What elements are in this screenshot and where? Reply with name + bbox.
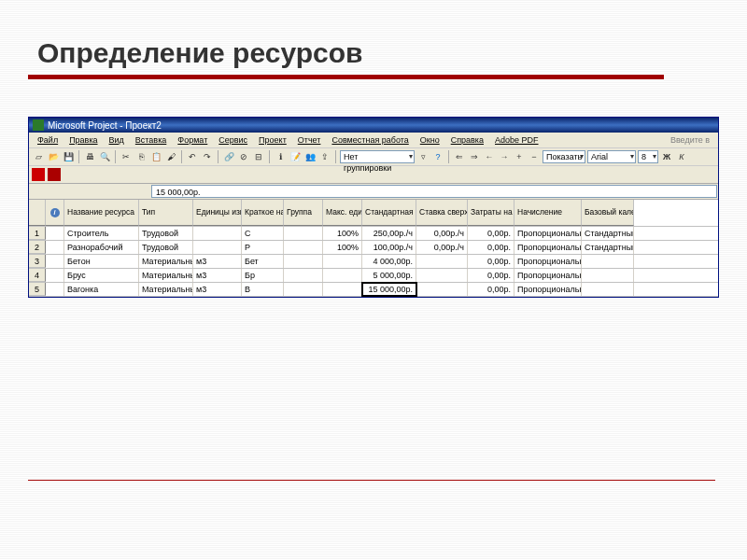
- cell-std[interactable]: 4 000,00р.: [362, 255, 416, 268]
- link-icon[interactable]: 🔗: [222, 150, 235, 163]
- row-number[interactable]: 3: [29, 255, 46, 268]
- cell-cost[interactable]: 0,00р.: [468, 227, 514, 240]
- arrow-left-icon[interactable]: ⇐: [453, 150, 466, 163]
- cell-max[interactable]: [323, 255, 362, 268]
- cell-accr[interactable]: Пропорциональное: [514, 255, 582, 268]
- cell-type[interactable]: Трудовой: [139, 227, 193, 240]
- header-group[interactable]: Группа: [284, 200, 323, 226]
- header-name[interactable]: Название ресурса: [64, 200, 139, 226]
- cell-short[interactable]: Р: [242, 241, 284, 254]
- cell-cal[interactable]: Стандартный: [582, 241, 634, 254]
- menu-project[interactable]: Проект: [254, 134, 291, 146]
- outdent-icon[interactable]: ←: [483, 150, 496, 163]
- cell-group[interactable]: [284, 283, 323, 296]
- help-icon[interactable]: ?: [431, 150, 444, 163]
- header-cost[interactable]: Затраты на использ.: [468, 200, 514, 226]
- cell-info[interactable]: [46, 241, 64, 254]
- font-combo[interactable]: Arial: [587, 150, 636, 163]
- edit-field[interactable]: 15 000,00р.: [151, 185, 717, 198]
- bold-button[interactable]: Ж: [660, 150, 673, 163]
- cell-group[interactable]: [284, 241, 323, 254]
- grouping-combo[interactable]: Нет группировки: [340, 150, 415, 163]
- cell-max[interactable]: [323, 269, 362, 282]
- cell-info[interactable]: [46, 255, 64, 268]
- cell-cost[interactable]: 0,00р.: [468, 283, 514, 296]
- corner-cell[interactable]: [29, 200, 46, 226]
- open-icon[interactable]: 📂: [47, 150, 60, 163]
- minus-icon[interactable]: −: [528, 150, 541, 163]
- cell-name[interactable]: Бетон: [64, 255, 139, 268]
- header-type[interactable]: Тип: [139, 200, 193, 226]
- menu-file[interactable]: Файл: [33, 134, 63, 146]
- row-number[interactable]: 5: [29, 283, 46, 296]
- cell-unit[interactable]: [193, 227, 242, 240]
- cell-cal[interactable]: [582, 283, 634, 296]
- indent-icon[interactable]: →: [498, 150, 511, 163]
- format-painter-icon[interactable]: 🖌: [164, 150, 177, 163]
- menu-adobe-pdf[interactable]: Adobe PDF: [490, 134, 543, 146]
- cell-accr[interactable]: Пропорциональное: [514, 283, 582, 296]
- cut-icon[interactable]: ✂: [120, 150, 133, 163]
- row-number[interactable]: 2: [29, 241, 46, 254]
- cell-info[interactable]: [46, 283, 64, 296]
- cell-std[interactable]: 100,00р./ч: [362, 241, 416, 254]
- menu-format[interactable]: Формат: [173, 134, 212, 146]
- cell-info[interactable]: [46, 269, 64, 282]
- cell-over[interactable]: [416, 269, 468, 282]
- cell-name[interactable]: Вагонка: [64, 283, 139, 296]
- header-max[interactable]: Макс. единиц: [323, 200, 362, 226]
- cell-accr[interactable]: Пропорциональное: [514, 269, 582, 282]
- menu-help[interactable]: Справка: [446, 134, 488, 146]
- new-icon[interactable]: ▱: [32, 150, 45, 163]
- cell-unit[interactable]: [193, 241, 242, 254]
- cell-over[interactable]: [416, 283, 468, 296]
- cell-name[interactable]: Брус: [64, 269, 139, 282]
- menu-view[interactable]: Вид: [105, 134, 129, 146]
- header-unit[interactable]: Единицы измерения материалов: [193, 200, 242, 226]
- cell-info[interactable]: [46, 227, 64, 240]
- print-icon[interactable]: 🖶: [83, 150, 96, 163]
- cell-over[interactable]: 0,00р./ч: [416, 227, 468, 240]
- cell-cost[interactable]: 0,00р.: [468, 269, 514, 282]
- cell-type[interactable]: Трудовой: [139, 241, 193, 254]
- arrow-right-icon[interactable]: ⇒: [468, 150, 481, 163]
- cell-max[interactable]: 100%: [323, 227, 362, 240]
- cell-unit[interactable]: м3: [193, 283, 242, 296]
- menu-insert[interactable]: Вставка: [131, 134, 171, 146]
- cell-over[interactable]: [416, 255, 468, 268]
- cell-max[interactable]: [323, 283, 362, 296]
- copy-icon[interactable]: ⎘: [134, 150, 148, 163]
- cell-type[interactable]: Материальный: [139, 283, 193, 296]
- publish-icon[interactable]: ⇪: [318, 150, 331, 163]
- cell-cost[interactable]: 0,00р.: [468, 255, 514, 268]
- header-accr[interactable]: Начисление: [514, 200, 582, 226]
- header-short[interactable]: Краткое название: [242, 200, 284, 226]
- cell-unit[interactable]: м3: [193, 269, 242, 282]
- paste-icon[interactable]: 📋: [149, 150, 162, 163]
- cell-type[interactable]: Материальный: [139, 269, 193, 282]
- split-icon[interactable]: ⊟: [252, 150, 265, 163]
- pdf-icon[interactable]: [32, 168, 45, 181]
- notes-icon[interactable]: 📝: [289, 150, 302, 163]
- cell-short[interactable]: Бет: [242, 255, 284, 268]
- cell-std[interactable]: 5 000,00р.: [362, 269, 416, 282]
- cell-std-selected[interactable]: 15 000,00р.: [362, 283, 416, 296]
- cell-cal[interactable]: Стандартный: [582, 227, 634, 240]
- size-combo[interactable]: 8: [638, 150, 658, 163]
- unlink-icon[interactable]: ⊘: [237, 150, 250, 163]
- cell-accr[interactable]: Пропорциональное: [514, 241, 582, 254]
- plus-icon[interactable]: +: [513, 150, 526, 163]
- cell-name[interactable]: Разнорабочий: [64, 241, 139, 254]
- row-number[interactable]: 4: [29, 269, 46, 282]
- cell-over[interactable]: 0,00р./ч: [416, 241, 468, 254]
- cell-short[interactable]: Бр: [242, 269, 284, 282]
- cell-name[interactable]: Строитель: [64, 227, 139, 240]
- pdf-icon-2[interactable]: [48, 168, 61, 181]
- redo-icon[interactable]: ↷: [201, 150, 214, 163]
- cell-group[interactable]: [284, 227, 323, 240]
- header-over[interactable]: Ставка сверхурочных: [416, 200, 468, 226]
- cell-group[interactable]: [284, 269, 323, 282]
- cell-short[interactable]: С: [242, 227, 284, 240]
- menu-tools[interactable]: Сервис: [214, 134, 252, 146]
- preview-icon[interactable]: 🔍: [98, 150, 111, 163]
